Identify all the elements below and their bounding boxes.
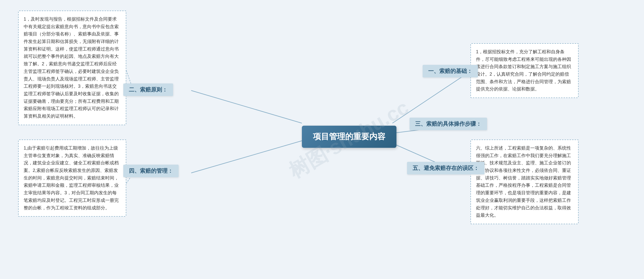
branch-label-5: 五、避免索赔存在的误区： [407, 162, 485, 174]
canvas: 项目管理的重要内容 二、索赔原则： 四、索赔的管理： 一、索赔的基础： 三、索赔… [0, 0, 644, 279]
branch-label-1: 一、索赔的基础： [423, 65, 478, 77]
content-box-management: 1,由于索赔引起费用或工期增加，故往往为上级主管单位复查对象，为真实、准确反映索… [18, 140, 126, 217]
center-node: 项目管理的重要内容 [302, 126, 396, 148]
svg-line-2 [392, 73, 468, 123]
branch-label-4: 四、索赔的管理： [123, 165, 179, 177]
content-box-principles: 1，及时发现与报告，根据招标文件及合同要求中有关规定提出索赔意向书，意向书中应包… [18, 11, 126, 125]
branch-label-2: 二、索赔原则： [123, 83, 173, 96]
content-box-basis: 1，根据招投标文件，充分了解工程和自身条件，尽可能细致考虑工程将来可能出现的各种… [470, 43, 579, 98]
branch-label-3: 三、索赔的具体操作步骤： [410, 118, 487, 130]
content-box-summary: 六、综上所述，工程索赔是一项复杂的、系统性很强的工作，在索赔工作中我们要充分理解… [470, 140, 579, 224]
svg-line-0 [191, 90, 302, 123]
svg-line-1 [191, 141, 302, 173]
